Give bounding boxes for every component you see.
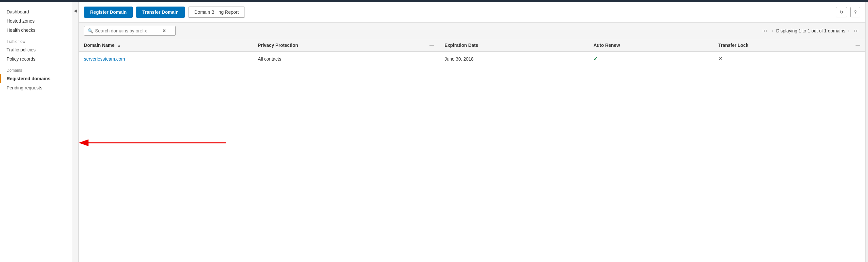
sidebar-item-policy-records[interactable]: Policy records: [0, 54, 72, 64]
pagination-info: ⏮ ‹ Displaying 1 to 1 out of 1 domains ›…: [761, 27, 860, 34]
col-menu-privacy[interactable]: —: [429, 42, 434, 48]
sidebar-item-registered-domains[interactable]: Registered domains: [0, 74, 72, 83]
col-menu-transfer[interactable]: —: [856, 42, 860, 48]
sidebar-section-traffic-flow: Traffic flow: [0, 35, 72, 45]
help-button[interactable]: ?: [850, 7, 860, 18]
pagination-display-text: Displaying 1 to 1 out of 1 domains: [776, 28, 845, 33]
domain-name-link[interactable]: serverlessteam.com: [84, 56, 125, 62]
pagination-prev-button[interactable]: ‹: [770, 27, 775, 34]
table-header-row: Domain Name ▲ Privacy Protection — Expir…: [79, 39, 865, 52]
billing-report-button[interactable]: Domain Billing Report: [188, 6, 245, 18]
search-input-wrapper: 🔍 ×: [84, 26, 176, 36]
help-icon: ?: [854, 9, 857, 15]
cell-expiration-date: June 30, 2018: [439, 52, 588, 66]
auto-renew-check-icon: ✓: [593, 56, 597, 62]
table-row: serverlessteam.com All contacts June 30,…: [79, 52, 865, 66]
col-transfer-lock: Transfer Lock —: [713, 39, 865, 52]
cell-transfer-lock: ✕: [713, 52, 865, 66]
register-domain-button[interactable]: Register Domain: [84, 6, 133, 18]
transfer-lock-x-icon: ✕: [718, 56, 722, 62]
sidebar-item-traffic-policies[interactable]: Traffic policies: [0, 45, 72, 54]
main-content: Register Domain Transfer Domain Domain B…: [79, 2, 865, 262]
sidebar: Dashboard Hosted zones Health checks Tra…: [0, 2, 72, 262]
cell-privacy-protection: All contacts: [252, 52, 439, 66]
refresh-icon: ↻: [839, 9, 843, 15]
cell-domain-name: serverlessteam.com: [79, 52, 252, 66]
search-icon: 🔍: [88, 28, 93, 33]
domains-table: Domain Name ▲ Privacy Protection — Expir…: [79, 39, 865, 66]
sidebar-item-hosted-zones[interactable]: Hosted zones: [0, 17, 72, 26]
refresh-button[interactable]: ↻: [836, 7, 847, 18]
sidebar-item-health-checks[interactable]: Health checks: [0, 26, 72, 35]
sidebar-item-dashboard[interactable]: Dashboard: [0, 7, 72, 17]
sidebar-item-pending-requests[interactable]: Pending requests: [0, 83, 72, 92]
right-edge: [865, 2, 868, 262]
cell-auto-renew: ✓: [588, 52, 713, 66]
sort-arrow-icon: ▲: [117, 43, 121, 48]
col-auto-renew: Auto Renew: [588, 39, 713, 52]
transfer-domain-button[interactable]: Transfer Domain: [136, 6, 185, 18]
collapse-arrow-icon: ◀: [74, 8, 77, 13]
pagination-next-button[interactable]: ›: [847, 27, 851, 34]
search-input[interactable]: [95, 28, 161, 33]
pagination-last-button[interactable]: ⏭: [852, 27, 860, 34]
search-clear-button[interactable]: ×: [163, 28, 165, 34]
col-domain-name[interactable]: Domain Name ▲: [79, 39, 252, 52]
toolbar: Register Domain Transfer Domain Domain B…: [79, 2, 865, 23]
col-expiration-date: Expiration Date: [439, 39, 588, 52]
col-privacy-protection: Privacy Protection —: [252, 39, 439, 52]
sidebar-collapse-button[interactable]: ◀: [72, 2, 79, 262]
pagination-first-button[interactable]: ⏮: [761, 27, 769, 34]
search-bar: 🔍 × ⏮ ‹ Displaying 1 to 1 out of 1 domai…: [79, 23, 865, 39]
sidebar-section-domains: Domains: [0, 64, 72, 74]
